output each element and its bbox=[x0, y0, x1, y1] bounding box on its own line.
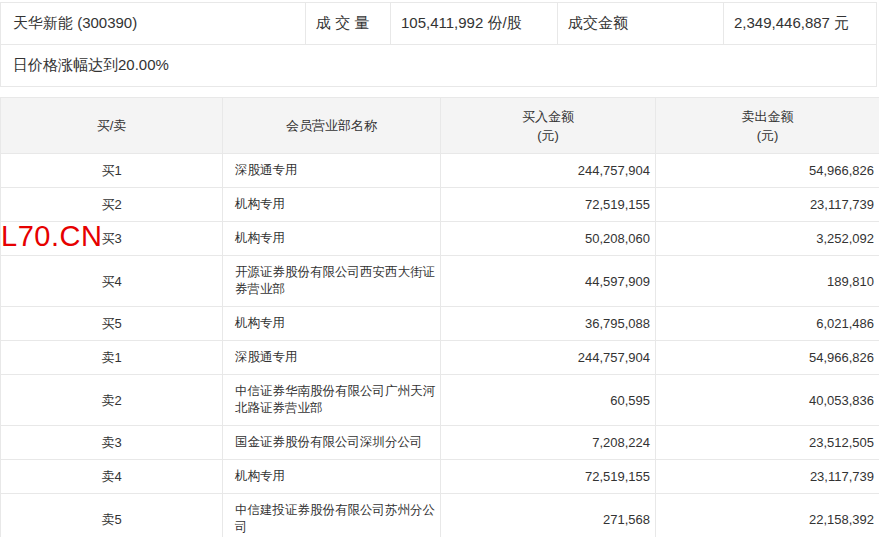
sell-amount-cell: 23,117,739 bbox=[656, 188, 879, 222]
sell-amount-cell: 23,512,505 bbox=[656, 426, 879, 460]
side-cell: 卖4 bbox=[1, 460, 223, 494]
notice-text: 日价格涨幅达到20.00% bbox=[1, 45, 877, 87]
branch-cell: 中信证券华南股份有限公司广州天河北路证券营业部 bbox=[223, 375, 441, 426]
buy-amount-cell: 44,597,909 bbox=[441, 256, 656, 307]
stock-title: 天华新能 (300390) bbox=[1, 3, 306, 45]
summary-row: 天华新能 (300390) 成 交 量 105,411,992 份/股 成交金额… bbox=[1, 3, 877, 45]
header-buy-amount-label: 买入金额 bbox=[441, 107, 655, 126]
branch-cell: 开源证券股份有限公司西安西大街证券营业部 bbox=[223, 256, 441, 307]
buy-amount-cell: 36,795,088 bbox=[441, 307, 656, 341]
sell-amount-cell: 189,810 bbox=[656, 256, 879, 307]
branch-cell: 深股通专用 bbox=[223, 154, 441, 188]
buy-amount-cell: 7,208,224 bbox=[441, 426, 656, 460]
side-cell: 买5 bbox=[1, 307, 223, 341]
branch-cell: 深股通专用 bbox=[223, 341, 441, 375]
buy-amount-cell: 271,568 bbox=[441, 494, 656, 537]
sell-amount-cell: 54,966,826 bbox=[656, 154, 879, 188]
table-row: 买1 深股通专用 244,757,904 54,966,826 bbox=[1, 154, 879, 188]
sell-amount-cell: 3,252,092 bbox=[656, 222, 879, 256]
branch-cell: 机构专用 bbox=[223, 307, 441, 341]
notice-row: 日价格涨幅达到20.00% bbox=[1, 45, 877, 87]
sell-amount-cell: 54,966,826 bbox=[656, 341, 879, 375]
branch-cell: 机构专用 bbox=[223, 188, 441, 222]
header-branch: 会员营业部名称 bbox=[223, 98, 441, 154]
branch-cell: 机构专用 bbox=[223, 460, 441, 494]
side-cell: 买1 bbox=[1, 154, 223, 188]
table-row: 卖5 中信建投证券股份有限公司苏州分公司 271,568 22,158,392 bbox=[1, 494, 879, 537]
turnover-label: 成交金额 bbox=[558, 3, 724, 45]
table-row: 买4 开源证券股份有限公司西安西大街证券营业部 44,597,909 189,8… bbox=[1, 256, 879, 307]
side-cell: 卖1 bbox=[1, 341, 223, 375]
header-buy-amount-unit: (元) bbox=[441, 126, 655, 145]
side-cell: 买2 bbox=[1, 188, 223, 222]
table-row: 买2 机构专用 72,519,155 23,117,739 bbox=[1, 188, 879, 222]
side-cell: 卖2 bbox=[1, 375, 223, 426]
header-sell-amount-unit: (元) bbox=[656, 126, 879, 145]
volume-label: 成 交 量 bbox=[306, 3, 391, 45]
table-row: 卖1 深股通专用 244,757,904 54,966,826 bbox=[1, 341, 879, 375]
buy-amount-cell: 50,208,060 bbox=[441, 222, 656, 256]
buy-amount-cell: 244,757,904 bbox=[441, 154, 656, 188]
side-cell: 卖5 bbox=[1, 494, 223, 537]
buy-amount-cell: 72,519,155 bbox=[441, 460, 656, 494]
side-cell: 卖3 bbox=[1, 426, 223, 460]
broker-table: 买/卖 会员营业部名称 买入金额 (元) 卖出金额 (元) 买1 深股通专用 2… bbox=[0, 97, 879, 537]
sell-amount-cell: 23,117,739 bbox=[656, 460, 879, 494]
buy-amount-cell: 60,595 bbox=[441, 375, 656, 426]
side-cell: 买3 bbox=[1, 222, 223, 256]
turnover-value: 2,349,446,887 元 bbox=[724, 3, 877, 45]
table-row: 卖2 中信证券华南股份有限公司广州天河北路证券营业部 60,595 40,053… bbox=[1, 375, 879, 426]
sell-amount-cell: 22,158,392 bbox=[656, 494, 879, 537]
branch-cell: 机构专用 bbox=[223, 222, 441, 256]
branch-cell: 中信建投证券股份有限公司苏州分公司 bbox=[223, 494, 441, 537]
table-row: 买5 机构专用 36,795,088 6,021,486 bbox=[1, 307, 879, 341]
header-sell-amount: 卖出金额 (元) bbox=[656, 98, 879, 154]
lhb-disclosure-page: 天华新能 (300390) 成 交 量 105,411,992 份/股 成交金额… bbox=[0, 0, 879, 537]
table-row: 卖3 国金证券股份有限公司深圳分公司 7,208,224 23,512,505 bbox=[1, 426, 879, 460]
table-header-row: 买/卖 会员营业部名称 买入金额 (元) 卖出金额 (元) bbox=[1, 98, 879, 154]
branch-cell: 国金证券股份有限公司深圳分公司 bbox=[223, 426, 441, 460]
table-row: 买3 机构专用 50,208,060 3,252,092 bbox=[1, 222, 879, 256]
header-side: 买/卖 bbox=[1, 98, 223, 154]
table-row: 卖4 机构专用 72,519,155 23,117,739 bbox=[1, 460, 879, 494]
volume-value: 105,411,992 份/股 bbox=[391, 3, 558, 45]
header-buy-amount: 买入金额 (元) bbox=[441, 98, 656, 154]
side-cell: 买4 bbox=[1, 256, 223, 307]
buy-amount-cell: 244,757,904 bbox=[441, 341, 656, 375]
buy-amount-cell: 72,519,155 bbox=[441, 188, 656, 222]
header-sell-amount-label: 卖出金额 bbox=[656, 107, 879, 126]
sell-amount-cell: 40,053,836 bbox=[656, 375, 879, 426]
sell-amount-cell: 6,021,486 bbox=[656, 307, 879, 341]
summary-table: 天华新能 (300390) 成 交 量 105,411,992 份/股 成交金额… bbox=[0, 2, 877, 87]
